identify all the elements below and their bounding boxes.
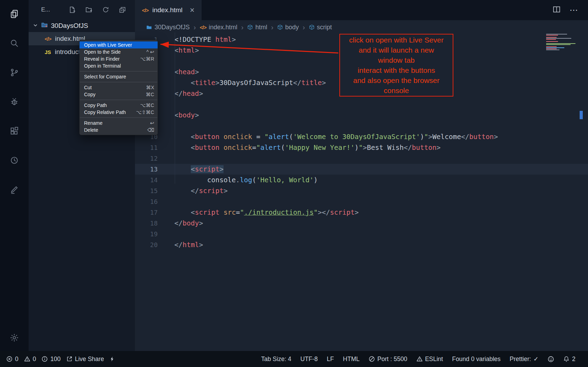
breadcrumb-separator: ›: [271, 23, 273, 31]
menu-item-reveal-in-finder[interactable]: Reveal in Finder⌥⌘R: [80, 55, 158, 62]
overview-ruler-mark: [580, 111, 583, 119]
status-info[interactable]: 100: [42, 355, 60, 363]
explorer-header: E...: [29, 0, 135, 20]
html-file-icon: </>: [45, 36, 51, 42]
status-live-share[interactable]: Live Share: [66, 355, 104, 363]
warning-icon: [24, 356, 30, 362]
debug-icon[interactable]: [6, 93, 23, 110]
share-icon: [66, 356, 73, 362]
indent-guide: [175, 32, 175, 184]
code-line-10: 10 <button onclick = "alert('Welcome to …: [135, 131, 588, 142]
menu-item-cut[interactable]: Cut⌘X: [80, 84, 158, 91]
annotation-line: console: [340, 85, 453, 95]
status-tab-size[interactable]: Tab Size: 4: [261, 355, 292, 363]
code-line-9: 9: [135, 121, 588, 131]
settings-gear-icon[interactable]: [6, 329, 23, 346]
warning-icon: [416, 356, 423, 362]
code-line-20: 20</html>: [135, 239, 588, 250]
bell-icon: [563, 356, 570, 362]
menu-item-open-to-the-side[interactable]: Open to the Side^ ↩: [80, 48, 158, 55]
status-prettier[interactable]: Prettier:✓: [510, 355, 538, 363]
status-eol[interactable]: LF: [327, 355, 334, 363]
status-errors[interactable]: 0: [6, 355, 18, 363]
explorer-title: E...: [41, 6, 50, 13]
breadcrumb: 30DaysOfJS › </> index.html › html › bod…: [135, 20, 588, 34]
html-file-icon: </>: [142, 7, 149, 13]
menu-item-select-for-compare[interactable]: Select for Compare: [80, 73, 158, 80]
menu-separator: [80, 100, 157, 100]
split-editor-icon[interactable]: [553, 6, 560, 15]
breadcrumb-separator: ›: [194, 23, 196, 31]
breadcrumb-separator: ›: [303, 23, 305, 31]
refresh-icon[interactable]: [101, 6, 110, 14]
tab-bar: </> index.html × ⋯: [135, 0, 588, 20]
source-control-icon[interactable]: [6, 64, 23, 81]
status-eslint[interactable]: ESLint: [416, 355, 443, 363]
menu-item-copy-path[interactable]: Copy Path⌥⌘C: [80, 102, 158, 109]
annotation-line: and it will launch a new: [340, 45, 453, 55]
folder-label: 30DaysOfJS: [51, 22, 88, 30]
feedback-icon[interactable]: [6, 181, 23, 198]
status-port[interactable]: Port : 5500: [369, 355, 407, 363]
status-notifications[interactable]: 2: [563, 355, 575, 363]
code-line-13: 13 <script>: [135, 164, 588, 175]
folder-icon: [41, 22, 48, 30]
breadcrumb-body[interactable]: body: [277, 24, 299, 31]
status-feedback-smiley[interactable]: [548, 356, 554, 362]
status-bar: 0 0 100 Live Share Tab Size: 4 UTF-8 LF …: [0, 351, 588, 367]
search-icon[interactable]: [6, 35, 23, 52]
code-line-15: 15 </script>: [135, 185, 588, 196]
explorer-icon[interactable]: [6, 6, 23, 22]
code-line-11: 11 <button onclick="alert('Happy New Yea…: [135, 142, 588, 153]
code-line-18: 18</body>: [135, 218, 588, 229]
code-line-8: 8<body>: [135, 110, 588, 121]
code-line-7: 7: [135, 99, 588, 110]
new-folder-icon[interactable]: [85, 6, 93, 14]
history-icon[interactable]: [6, 152, 23, 169]
html-file-icon: </>: [200, 24, 206, 30]
check-icon: ✓: [534, 355, 539, 363]
annotation-line: interact with the buttons: [340, 65, 453, 75]
collapse-all-icon[interactable]: [118, 6, 127, 14]
folder-row-30daysofjs[interactable]: 30DaysOfJS: [29, 20, 135, 32]
annotation-line: click on open with Live Sever: [340, 35, 453, 45]
activity-bar: [0, 0, 29, 351]
menu-item-rename[interactable]: Rename↩: [80, 120, 158, 127]
menu-separator: [80, 117, 157, 118]
code-line-16: 16: [135, 196, 588, 207]
close-icon[interactable]: ×: [190, 6, 194, 14]
breadcrumb-html[interactable]: html: [247, 24, 267, 31]
menu-item-open-with-live-server[interactable]: Open with Live Server: [80, 41, 158, 48]
breadcrumb-script[interactable]: script: [309, 24, 332, 31]
new-file-icon[interactable]: [68, 6, 76, 14]
menu-separator: [80, 71, 157, 71]
code-line-14: 14 console.log('Hello, World'): [135, 175, 588, 185]
menu-item-copy-relative-path[interactable]: Copy Relative Path⌥⇧⌘C: [80, 109, 158, 116]
status-bolt[interactable]: [110, 356, 115, 362]
js-file-icon: JS: [45, 49, 51, 55]
menu-item-delete[interactable]: Delete⌫: [80, 127, 158, 133]
minimap[interactable]: [546, 34, 580, 51]
extensions-icon[interactable]: [6, 123, 23, 139]
annotation-line: window tab: [340, 55, 453, 65]
status-variables[interactable]: Found 0 variables: [452, 355, 500, 363]
status-encoding[interactable]: UTF-8: [300, 355, 318, 363]
info-icon: [42, 356, 48, 362]
slash-circle-icon: [369, 356, 375, 362]
error-icon: [6, 356, 13, 362]
breadcrumb-folder[interactable]: 30DaysOfJS: [146, 24, 190, 31]
code-line-19: 19: [135, 229, 588, 239]
menu-item-copy[interactable]: Copy⌘C: [80, 91, 158, 98]
status-language[interactable]: HTML: [343, 355, 360, 363]
tab-title: index.html: [152, 6, 183, 14]
menu-item-open-in-terminal[interactable]: Open in Terminal: [80, 62, 158, 69]
breadcrumb-file[interactable]: </> index.html: [200, 24, 238, 31]
more-actions-icon[interactable]: ⋯: [570, 5, 578, 15]
tab-index-html[interactable]: </> index.html ×: [135, 0, 202, 20]
chevron-down-icon: [33, 22, 38, 30]
breadcrumb-separator: ›: [241, 23, 243, 31]
menu-separator: [80, 82, 157, 82]
status-warnings[interactable]: 0: [24, 355, 36, 363]
annotation-line: and also open the browser: [340, 75, 453, 85]
lightning-icon: [110, 356, 115, 362]
